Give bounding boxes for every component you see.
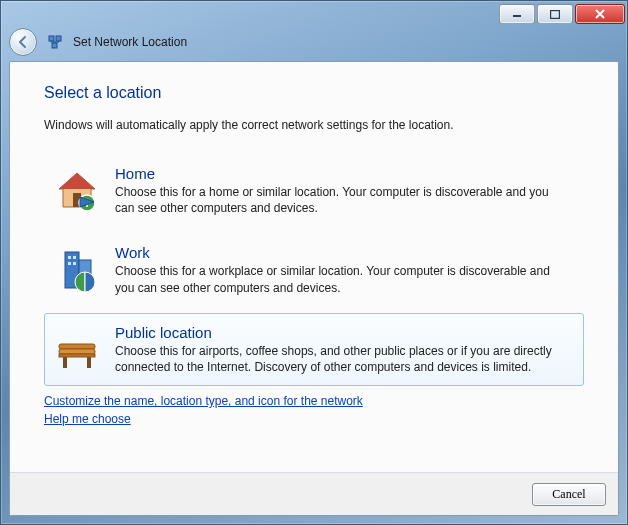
option-public-desc: Choose this for airports, coffee shops, …	[115, 343, 571, 375]
cancel-button[interactable]: Cancel	[532, 483, 606, 506]
footer: Cancel	[10, 472, 618, 515]
svg-rect-3	[56, 36, 61, 41]
svg-rect-22	[73, 262, 76, 265]
option-work-title: Work	[115, 244, 571, 261]
window-frame: Set Network Location Select a location W…	[0, 0, 628, 525]
option-public[interactable]: Public location Choose this for airports…	[44, 313, 584, 386]
option-home[interactable]: Home Choose this for a home or similar l…	[44, 154, 584, 227]
window-title: Set Network Location	[73, 35, 187, 49]
link-customize[interactable]: Customize the name, location type, and i…	[44, 394, 363, 408]
public-icon	[53, 326, 101, 374]
minimize-button[interactable]	[499, 4, 535, 24]
home-icon	[53, 167, 101, 215]
page-heading: Select a location	[44, 84, 584, 102]
work-icon	[53, 246, 101, 294]
option-work[interactable]: Work Choose this for a workplace or simi…	[44, 233, 584, 306]
minimize-icon	[512, 10, 522, 18]
links: Customize the name, location type, and i…	[44, 394, 584, 430]
content-area: Select a location Windows will automatic…	[10, 62, 618, 472]
maximize-button[interactable]	[537, 4, 573, 24]
nav-band: Set Network Location	[1, 27, 627, 57]
svg-rect-23	[59, 344, 95, 349]
svg-rect-24	[59, 349, 95, 354]
close-button[interactable]	[575, 4, 625, 24]
back-arrow-icon	[16, 35, 30, 49]
link-help[interactable]: Help me choose	[44, 412, 131, 426]
network-location-icon	[47, 34, 63, 50]
svg-rect-2	[49, 36, 54, 41]
svg-rect-19	[68, 256, 71, 259]
svg-rect-21	[68, 262, 71, 265]
back-button[interactable]	[9, 28, 37, 56]
titlebar	[1, 1, 627, 27]
client-area: Select a location Windows will automatic…	[9, 61, 619, 516]
maximize-icon	[550, 10, 560, 19]
option-home-title: Home	[115, 165, 571, 182]
svg-rect-1	[551, 10, 560, 18]
close-icon	[594, 9, 606, 19]
svg-rect-27	[59, 354, 95, 357]
svg-rect-20	[73, 256, 76, 259]
option-public-title: Public location	[115, 324, 571, 341]
option-home-desc: Choose this for a home or similar locati…	[115, 184, 571, 216]
svg-rect-0	[513, 15, 521, 17]
intro-text: Windows will automatically apply the cor…	[44, 118, 584, 132]
svg-rect-4	[52, 43, 57, 48]
option-work-desc: Choose this for a workplace or similar l…	[115, 263, 571, 295]
svg-marker-6	[59, 173, 95, 189]
